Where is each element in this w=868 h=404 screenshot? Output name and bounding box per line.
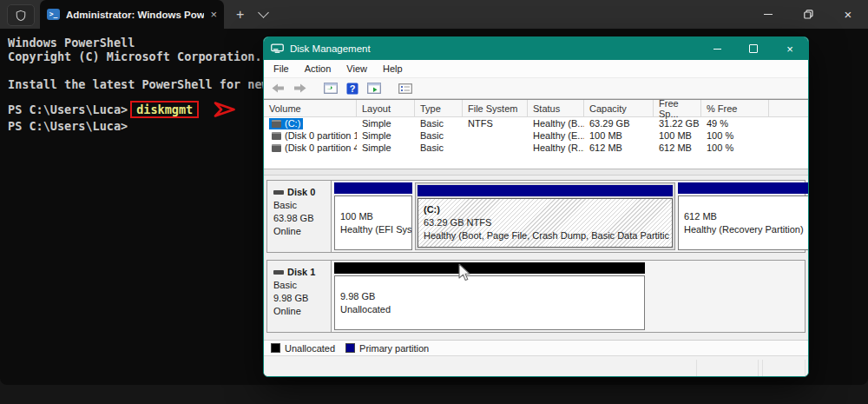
restore-icon [804, 10, 813, 19]
volume-icon [272, 144, 281, 152]
volume-icon [272, 120, 281, 128]
menu-bar: File Action View Help [264, 60, 808, 78]
column-header-file-system[interactable]: File System [463, 100, 528, 116]
unallocated-space[interactable]: 9.98 GB Unallocated [334, 262, 645, 330]
dm-maximize-button[interactable] [735, 37, 772, 60]
status-bar [264, 355, 808, 377]
column-header-volume[interactable]: Volume [264, 100, 357, 116]
dm-minimize-button[interactable] [699, 37, 735, 60]
tab-close-icon[interactable]: × [210, 9, 217, 20]
help-icon[interactable]: ? [344, 81, 361, 96]
partition-efi[interactable]: 100 MB Healthy (EFI System P [334, 182, 412, 250]
column-header-free-space[interactable]: Free Sp... [654, 100, 701, 116]
dm-window-controls: × [699, 37, 808, 60]
status-segment [762, 360, 806, 376]
forward-icon[interactable] [291, 81, 308, 96]
column-header-capacity[interactable]: Capacity [584, 100, 654, 116]
terminal-output-line: Install the latest PowerShell for new [8, 77, 269, 91]
terminal-minimize-button[interactable] [748, 0, 788, 29]
new-tab-button[interactable]: + [236, 0, 244, 29]
properties-icon[interactable] [397, 81, 414, 96]
tab-dropdown-icon[interactable] [258, 7, 269, 18]
status-segment [696, 360, 759, 376]
legend-unallocated: Unallocated [271, 343, 335, 354]
prompt-text: PS C:\Users\Luca> [8, 103, 128, 116]
admin-shield-badge [7, 4, 35, 26]
volume-row-partition4[interactable]: (Disk 0 partition 4) Simple Basic Health… [264, 142, 808, 154]
disk1-partitions: 9.98 GB Unallocated [332, 261, 805, 332]
primary-partition-swatch [345, 343, 355, 353]
powershell-icon: >_ [47, 9, 60, 20]
volume-list-header: Volume Layout Type File System Status Ca… [264, 100, 808, 117]
volume-name: (Disk 0 partition 4) [269, 142, 357, 154]
column-header-pct-free[interactable]: % Free [701, 100, 769, 116]
terminal-prompt-line: PS C:\Users\Luca> diskmgmt [8, 103, 237, 116]
partition-c-selected[interactable]: (C:) 63.29 GB NTFS Healthy (Boot, Page F… [415, 182, 675, 250]
partition-recovery[interactable]: 612 MB Healthy (Recovery Partition) [678, 182, 809, 250]
graphical-view: Disk 0 Basic 63.98 GB Online 100 MB Heal… [264, 176, 808, 340]
column-header-status[interactable]: Status [528, 100, 584, 116]
disk-icon [273, 270, 284, 275]
primary-partition-bar [334, 182, 412, 194]
terminal-close-button[interactable]: × [828, 0, 868, 29]
disk0-row: Disk 0 Basic 63.98 GB Online 100 MB Heal… [266, 180, 806, 253]
annotation-arrow-icon [213, 101, 237, 118]
svg-text:?: ? [350, 83, 356, 94]
volume-row-partition1[interactable]: (Disk 0 partition 1) Simple Basic Health… [264, 129, 808, 142]
primary-partition-bar [678, 182, 809, 194]
back-icon[interactable] [269, 81, 286, 96]
volume-row-c[interactable]: (C:) Simple Basic NTFS Healthy (B... 63.… [264, 117, 808, 129]
show-console-tree-icon[interactable] [322, 81, 339, 96]
legend-bar: Unallocated Primary partition [264, 340, 808, 355]
disk1-row: Disk 1 Basic 9.98 GB Online 9.98 GB Unal… [266, 260, 806, 333]
shield-icon [16, 10, 26, 22]
volume-name: (Disk 0 partition 1) [269, 130, 357, 142]
menu-action[interactable]: Action [297, 63, 339, 74]
disk-management-titlebar: Disk Management × [264, 37, 808, 60]
disk-management-app-icon [271, 43, 284, 54]
window-title: Disk Management [290, 43, 371, 54]
unallocated-swatch [271, 343, 280, 353]
column-header-type[interactable]: Type [415, 100, 463, 116]
disk1-label[interactable]: Disk 1 Basic 9.98 GB Online [267, 261, 332, 332]
terminal-tab-title: Administrator: Windows Pow [66, 10, 204, 20]
volume-icon [272, 132, 281, 140]
show-action-pane-icon[interactable] [365, 81, 383, 96]
volume-name-selected: (C:) [269, 118, 303, 129]
column-header-blank [769, 100, 808, 116]
mouse-cursor [458, 263, 470, 281]
terminal-restore-button[interactable] [788, 0, 828, 29]
terminal-prompt-line[interactable]: PS C:\Users\Luca> [8, 119, 128, 133]
legend-primary-partition: Primary partition [345, 343, 429, 354]
dm-close-button[interactable]: × [772, 37, 808, 60]
pane-splitter[interactable] [264, 169, 808, 176]
terminal-output-line: Copyright (C) Microsoft Corporation. [8, 50, 262, 63]
terminal-window-controls: × [748, 0, 868, 29]
disk-management-window: Disk Management × File Action View Help [263, 36, 809, 377]
disk0-label[interactable]: Disk 0 Basic 63.98 GB Online [267, 181, 332, 252]
menu-view[interactable]: View [339, 63, 375, 74]
terminal-output-line: Windows PowerShell [8, 36, 135, 50]
primary-partition-bar [418, 185, 673, 196]
terminal-tab[interactable]: >_ Administrator: Windows Pow × [40, 0, 224, 29]
toolbar: ? [264, 78, 808, 99]
highlighted-command: diskmgmt [130, 101, 199, 118]
volume-list: Volume Layout Type File System Status Ca… [264, 99, 808, 169]
menu-help[interactable]: Help [375, 63, 411, 74]
menu-file[interactable]: File [266, 63, 297, 74]
terminal-titlebar: >_ Administrator: Windows Pow × + × [0, 0, 868, 29]
column-header-layout[interactable]: Layout [357, 100, 415, 116]
disk-icon [273, 190, 284, 195]
unallocated-bar [334, 262, 645, 274]
disk0-partitions: 100 MB Healthy (EFI System P (C:) 63.29 … [332, 181, 809, 252]
